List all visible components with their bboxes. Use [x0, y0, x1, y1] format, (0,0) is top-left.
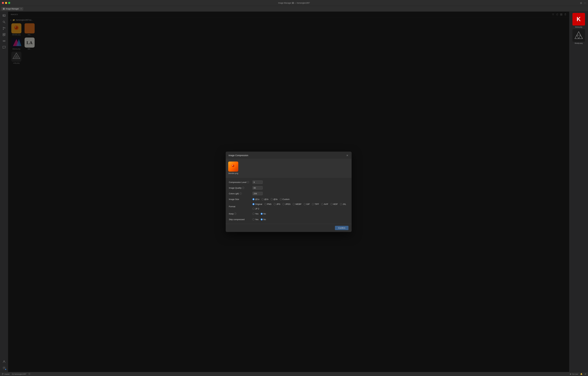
colors-gif-input[interactable]: [252, 192, 263, 195]
svg-rect-8: [4, 33, 5, 34]
radio-btn-webp: [293, 203, 295, 205]
statusbar-info[interactable]: ⓘ: [29, 373, 30, 375]
dialog-preview-label: blender.png: [228, 172, 238, 175]
dialog-close-button[interactable]: ✕: [346, 154, 349, 157]
radio-2x[interactable]: @2x: [262, 198, 269, 200]
sidebar-item-image-manager[interactable]: [1, 13, 7, 19]
settings-badge: [5, 369, 6, 370]
radio-btn-jpeg: [283, 203, 284, 205]
radio-btn-2x: [262, 198, 264, 200]
sidebar-item-search[interactable]: [1, 19, 7, 25]
tab-image-manager[interactable]: 🖼 Image Manager ✕: [1, 7, 23, 11]
radio-3x[interactable]: @3x: [271, 198, 278, 200]
sidebar-item-extensions[interactable]: [1, 32, 7, 37]
skip-compressed-label: Skip compressed: [229, 218, 251, 221]
maximize-button[interactable]: [8, 2, 10, 4]
radio-btn-avif: [321, 203, 323, 205]
close-button[interactable]: [2, 2, 4, 4]
content-area: Images: [8, 12, 569, 372]
radio-format-heif[interactable]: HEIF: [331, 203, 338, 205]
statusbar-remote-status[interactable]: ⇌: [585, 373, 586, 375]
radio-1x[interactable]: @1x: [252, 198, 259, 200]
radio-format-original[interactable]: Original: [252, 203, 262, 205]
sidebar-item-source-control[interactable]: [1, 25, 7, 31]
image-size-label: Image Size: [229, 198, 251, 200]
radio-btn-png: [264, 203, 266, 205]
radio-btn-jxl: [340, 203, 342, 205]
golive-icon: [570, 373, 571, 375]
tab-icon: 🖼: [3, 8, 5, 10]
more-actions-icon[interactable]: ⋯: [584, 2, 586, 4]
sidebar-item-chat[interactable]: [1, 44, 7, 50]
radio-btn-1x: [252, 198, 254, 200]
image-quality-info-icon[interactable]: i: [242, 187, 244, 189]
dialog-form: Compression Level i Image Quality i: [226, 178, 352, 224]
svg-line-48: [579, 35, 581, 39]
form-row-format: Format Original PNG: [229, 203, 348, 210]
sidebar-item-account[interactable]: [1, 359, 7, 364]
radio-keep-yes[interactable]: Yes: [252, 213, 258, 215]
tab-close-icon[interactable]: ✕: [21, 8, 22, 10]
radio-format-jxl[interactable]: JXL: [340, 203, 346, 205]
form-row-image-quality: Image Quality i: [229, 186, 348, 190]
compression-level-label: Compression Level i: [229, 181, 251, 183]
statusbar-branch[interactable]: master: [2, 373, 10, 375]
dialog-overlay: Image Compression ✕ blender.png: [8, 12, 569, 372]
dialog-footer: Confirm: [226, 224, 352, 232]
radio-format-gif[interactable]: GIF: [304, 203, 310, 205]
sidebar-item-settings[interactable]: [1, 365, 7, 371]
svg-rect-10: [3, 41, 4, 42]
format-label: Format: [229, 205, 251, 208]
svg-line-47: [577, 35, 578, 39]
svg-point-50: [2, 375, 3, 375]
right-image-keras[interactable]: K keras.png: [570, 13, 587, 28]
keep-label: Keep i: [229, 213, 251, 215]
radio-keep-no[interactable]: No: [261, 213, 266, 215]
statusbar-right: Go Live 🔔 ⇌: [570, 373, 586, 375]
statusbar-folder[interactable]: hemengke1997: [12, 373, 26, 375]
image-size-radio-group: @1x @2x @3x: [252, 198, 290, 200]
compression-level-input[interactable]: [252, 180, 263, 184]
radio-skip-no[interactable]: No: [261, 218, 266, 221]
window-title: Image Manager 🖼 — hemengke1997: [278, 2, 310, 4]
radio-format-jpeg[interactable]: JPEG: [283, 203, 291, 205]
radio-btn-gif: [304, 203, 306, 205]
info-circle-icon: ⓘ: [29, 373, 30, 375]
image-quality-input[interactable]: [252, 186, 263, 189]
keras-thumb: K: [572, 13, 585, 25]
radio-btn-custom: [280, 198, 282, 200]
svg-line-46: [581, 35, 582, 39]
keep-info-icon[interactable]: i: [234, 213, 236, 215]
radio-custom[interactable]: Custom: [280, 198, 290, 200]
radio-format-avif[interactable]: AVIF: [321, 203, 328, 205]
golive-label: Go Live: [572, 373, 578, 375]
radio-btn-skip-no: [261, 218, 263, 221]
radio-btn-original: [252, 203, 254, 205]
svg-line-45: [575, 35, 577, 39]
statusbar-bell[interactable]: 🔔: [580, 373, 582, 375]
compression-level-info-icon[interactable]: i: [247, 181, 249, 183]
statusbar-golive[interactable]: Go Live: [570, 373, 578, 375]
image-quality-label: Image Quality i: [229, 187, 251, 189]
radio-btn-jpg: [274, 203, 276, 205]
radio-format-jp2[interactable]: JP 2: [252, 208, 259, 210]
radio-format-tiff[interactable]: TIFF: [312, 203, 319, 205]
confirm-button[interactable]: Confirm: [335, 226, 348, 230]
branch-icon: [2, 373, 4, 375]
threejs-thumb: [572, 29, 585, 42]
svg-line-43: [579, 32, 581, 35]
radio-format-webp[interactable]: WEBP: [293, 203, 301, 205]
colors-gif-info-icon[interactable]: i: [240, 192, 242, 195]
right-image-threejs[interactable]: threejs.png: [570, 29, 587, 44]
sidebar-item-remote[interactable]: [1, 38, 7, 44]
threejs-label: threejs.png: [575, 42, 582, 44]
radio-skip-yes[interactable]: Yes: [252, 218, 258, 221]
svg-rect-11: [4, 41, 5, 42]
dialog-title: Image Compression: [229, 154, 248, 157]
minimize-button[interactable]: [5, 2, 7, 4]
radio-btn-tiff: [312, 203, 314, 205]
form-row-colors-gif: Colors (gif) i: [229, 192, 348, 195]
radio-format-jpg[interactable]: JPG: [274, 203, 280, 205]
split-editor-icon[interactable]: ⊟: [580, 2, 582, 4]
radio-format-png[interactable]: PNG: [264, 203, 272, 205]
